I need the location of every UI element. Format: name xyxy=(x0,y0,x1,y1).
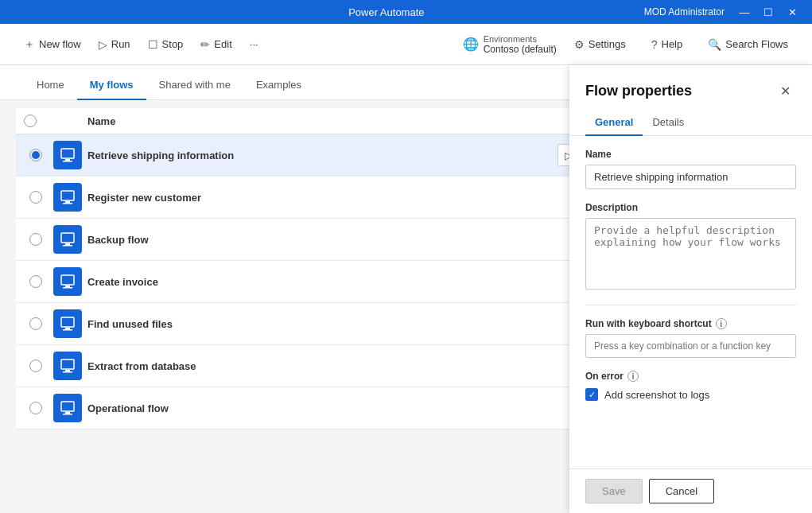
flow-icon xyxy=(53,394,82,422)
row-radio[interactable] xyxy=(24,317,48,330)
search-icon: 🔍 xyxy=(708,38,721,51)
flow-name: Register new customer xyxy=(87,192,558,204)
keyboard-info-icon[interactable]: i xyxy=(716,318,727,329)
flow-name: Retrieve shipping information xyxy=(87,150,558,161)
flow-name: Backup flow xyxy=(87,234,558,246)
panel-tabs: General Details xyxy=(569,110,812,136)
run-icon: ▷ xyxy=(99,38,107,51)
svg-rect-4 xyxy=(65,201,70,203)
flow-icon xyxy=(53,225,82,254)
more-button[interactable]: ··· xyxy=(242,33,266,55)
panel-header: Flow properties ✕ xyxy=(569,65,812,110)
toolbar-right: 🌐 Environments Contoso (default) ⚙ Setti… xyxy=(463,33,796,56)
svg-rect-2 xyxy=(63,161,72,162)
add-screenshot-row: ✓ Add screenshot to logs xyxy=(585,388,796,401)
help-button[interactable]: ? Help xyxy=(643,33,691,56)
name-input[interactable] xyxy=(585,165,796,189)
svg-rect-9 xyxy=(61,275,74,285)
flow-name: Find unused files xyxy=(87,318,558,330)
title-bar: Power Automate MOD Administrator — ☐ ✕ xyxy=(0,0,812,24)
panel-close-button[interactable]: ✕ xyxy=(774,80,796,102)
flow-icon xyxy=(53,141,82,169)
svg-rect-17 xyxy=(63,371,72,373)
select-all-radio[interactable] xyxy=(24,115,37,127)
close-button[interactable]: ✕ xyxy=(782,2,802,22)
env-name: Contoso (default) xyxy=(484,44,557,55)
edit-icon: ✏ xyxy=(200,38,210,51)
tab-examples[interactable]: Examples xyxy=(243,71,314,100)
environment-icon: 🌐 xyxy=(463,37,479,52)
stop-icon: ☐ xyxy=(148,38,158,51)
flow-icon-cell xyxy=(48,225,87,254)
panel-body: Name Description Run with keyboard short… xyxy=(569,136,812,468)
svg-rect-14 xyxy=(63,329,72,331)
on-error-info-icon[interactable]: i xyxy=(627,371,639,382)
row-radio[interactable] xyxy=(24,359,48,372)
environment-selector[interactable]: 🌐 Environments Contoso (default) xyxy=(463,34,557,55)
header-check xyxy=(24,115,48,127)
toolbar: ＋ New flow ▷ Run ☐ Stop ✏ Edit ··· 🌐 Env… xyxy=(0,24,812,65)
on-error-label: On error i xyxy=(585,371,796,382)
minimize-button[interactable]: — xyxy=(734,2,755,22)
run-label: Run xyxy=(111,38,130,50)
name-field-group: Name xyxy=(585,149,796,189)
panel-title: Flow properties xyxy=(585,83,692,99)
main-container: Home My flows Shared with me Examples Na… xyxy=(0,65,812,513)
svg-rect-3 xyxy=(61,191,74,200)
checkmark-icon: ✓ xyxy=(589,390,596,400)
panel-tab-general[interactable]: General xyxy=(585,110,643,136)
new-flow-button[interactable]: ＋ New flow xyxy=(16,33,89,56)
svg-rect-15 xyxy=(61,359,74,369)
description-field-group: Description xyxy=(585,202,796,292)
flow-icon xyxy=(53,309,82,338)
svg-rect-18 xyxy=(61,402,74,411)
tab-home[interactable]: Home xyxy=(24,71,77,100)
user-name: MOD Administrator xyxy=(644,6,725,17)
save-button[interactable]: Save xyxy=(585,479,643,503)
env-label: Environments xyxy=(484,34,557,44)
row-radio[interactable] xyxy=(24,275,48,288)
maximize-button[interactable]: ☐ xyxy=(758,2,779,22)
window-controls: MOD Administrator — ☐ ✕ xyxy=(644,2,802,22)
svg-rect-7 xyxy=(65,243,70,245)
svg-rect-10 xyxy=(65,286,70,287)
edit-button[interactable]: ✏ Edit xyxy=(192,33,239,56)
tab-shared-with-me[interactable]: Shared with me xyxy=(146,71,243,100)
stop-button[interactable]: ☐ Stop xyxy=(140,33,192,56)
svg-rect-8 xyxy=(63,245,72,247)
description-textarea[interactable] xyxy=(585,218,796,290)
panel-tab-details[interactable]: Details xyxy=(643,110,694,136)
run-button[interactable]: ▷ Run xyxy=(91,33,138,56)
search-button[interactable]: 🔍 Search Flows xyxy=(700,33,796,56)
new-flow-label: New flow xyxy=(39,38,81,50)
help-label: Help xyxy=(662,38,683,50)
svg-rect-1 xyxy=(65,159,70,161)
flow-name: Create invoice xyxy=(87,276,558,288)
settings-button[interactable]: ⚙ Settings xyxy=(566,33,634,56)
row-radio[interactable] xyxy=(24,149,48,161)
keyboard-shortcut-input[interactable] xyxy=(585,334,796,358)
add-screenshot-label: Add screenshot to logs xyxy=(604,389,709,401)
environment-info: Environments Contoso (default) xyxy=(484,34,557,55)
flow-icon-cell xyxy=(48,309,87,338)
header-name: Name xyxy=(87,115,558,127)
name-label: Name xyxy=(585,149,796,160)
tab-my-flows[interactable]: My flows xyxy=(77,71,146,100)
settings-icon: ⚙ xyxy=(574,38,585,51)
flow-icon xyxy=(53,352,82,380)
row-radio[interactable] xyxy=(24,233,48,246)
add-screenshot-checkbox[interactable]: ✓ xyxy=(585,388,598,401)
row-radio[interactable] xyxy=(24,191,48,204)
flow-icon-cell xyxy=(48,352,87,380)
flow-icon xyxy=(53,267,82,296)
row-radio[interactable] xyxy=(24,402,48,414)
keyboard-label: Run with keyboard shortcut i xyxy=(585,318,796,329)
toolbar-left: ＋ New flow ▷ Run ☐ Stop ✏ Edit ··· xyxy=(16,33,460,56)
svg-rect-5 xyxy=(63,203,72,204)
svg-rect-12 xyxy=(61,317,74,327)
search-label: Search Flows xyxy=(725,38,788,50)
stop-label: Stop xyxy=(162,38,184,50)
flow-name: Extract from database xyxy=(87,360,558,372)
svg-rect-6 xyxy=(61,233,74,243)
cancel-button[interactable]: Cancel xyxy=(649,479,714,503)
